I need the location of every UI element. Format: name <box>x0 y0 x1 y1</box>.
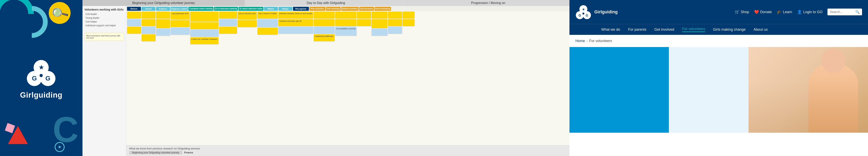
svg-point-7 <box>39 74 43 77</box>
stage-unit-meetings: Unit meetings <box>326 7 341 11</box>
sticky-note <box>357 11 371 19</box>
sticky-note <box>127 11 141 19</box>
stage-match: Match <box>264 7 278 11</box>
sticky-note <box>257 28 278 35</box>
sticky-note <box>190 11 218 22</box>
sticky-note <box>388 19 402 26</box>
breadcrumb-current: For volunteers <box>589 39 612 43</box>
stage-explore: Explore <box>156 7 170 11</box>
nav-get-involved[interactable]: Get involved <box>654 27 674 32</box>
stage-accounts: Unit accounts <box>359 7 374 11</box>
sticky-note <box>403 11 414 19</box>
red-triangle-decoration <box>8 126 28 144</box>
gold-circle-decoration: 🔍 <box>49 2 70 24</box>
svg-text:G: G <box>32 75 37 82</box>
journey-left-labels: Volunteers working with Girls Unit leade… <box>83 6 126 156</box>
sticky-note <box>142 34 155 41</box>
stage-training: Complete online training <box>188 7 213 11</box>
girlguiding-logo-panel: 🔍 ★ G G Girlguiding C ★ <box>0 0 83 156</box>
user-icon: 👤 <box>797 9 802 14</box>
sticky-note <box>219 11 237 19</box>
label-unit-leader: Unit leader <box>85 13 124 16</box>
sticky-note <box>314 19 335 26</box>
nav-what-we-do[interactable]: What we do <box>601 27 620 32</box>
sticky-note <box>142 19 155 26</box>
stage-keeping: Record keeping <box>374 7 391 11</box>
sticky-note <box>127 19 141 26</box>
learn-nav-item[interactable]: 🎓 Learn <box>777 9 792 14</box>
sticky-note: Get a mentor in huddle <box>257 11 278 19</box>
svg-text:★: ★ <box>582 8 585 11</box>
website-trefoil-logo: ★ G G <box>576 4 591 20</box>
login-nav-item[interactable]: 👤 Login to GO <box>797 9 823 14</box>
search-icon[interactable]: 🔍 <box>855 10 860 14</box>
breadcrumb-separator: › <box>587 39 588 43</box>
hero-image <box>748 47 868 133</box>
sticky-note <box>219 19 237 26</box>
sticky-note <box>170 28 190 35</box>
nav-girls-making-change[interactable]: Girls making change <box>713 27 746 32</box>
sticky-note <box>190 30 218 37</box>
sticky-note: Volunteer activities check-ins and recor… <box>278 11 313 19</box>
hero-light-section <box>669 47 868 133</box>
website-top-nav: ★ G G Girlguiding 🛒 Shop ❤️ Donate 🎓 <box>569 0 868 24</box>
website-nav-icons: 🛒 Shop ❤️ Donate 🎓 Learn 👤 Login to GO <box>735 8 862 15</box>
donate-nav-item[interactable]: ❤️ Donate <box>754 9 772 14</box>
learn-label: Learn <box>783 10 792 14</box>
journey-section-progression: Progression / Moving on <box>407 0 569 6</box>
login-label: Login to GO <box>803 10 823 14</box>
website-logo-text: Girlguiding <box>594 9 618 15</box>
nav-for-volunteers[interactable]: For volunteers <box>682 27 705 32</box>
journey-section-daytoday: Day to Day with Girlguiding <box>245 0 407 6</box>
sticky-note <box>278 27 313 34</box>
website-panel: ★ G G Girlguiding 🛒 Shop ❤️ Donate 🎓 <box>569 0 868 156</box>
sticky-note <box>142 27 155 34</box>
sticky-note: Volunteer automatic sign-off <box>278 19 313 26</box>
sticky-note: Long application form <box>170 11 190 20</box>
breadcrumb: Home › For volunteers <box>569 35 868 47</box>
hero-blue-section <box>569 47 669 133</box>
svg-point-14 <box>582 12 584 15</box>
sticky-note <box>156 29 170 36</box>
sticky-note <box>335 11 356 19</box>
sticky-note <box>142 11 155 19</box>
sticky-note <box>156 11 170 19</box>
stage-welcome-meeting: Go to welcome meeting <box>214 7 238 11</box>
label-young-leader: Young leader <box>85 17 124 19</box>
donate-label: Donate <box>760 10 772 14</box>
stage-register: Register online <box>170 7 188 11</box>
label-unit-helper: Unit helper <box>85 20 124 23</box>
stage-plan: Plan activities <box>309 7 326 11</box>
sticky-note <box>403 19 414 26</box>
sticky-note <box>257 19 278 27</box>
website-bottom-nav: What we do For parents Get involved For … <box>569 24 868 35</box>
bottom-info-bar: What we know from previous research on G… <box>126 145 569 156</box>
sticky-note <box>190 22 218 29</box>
search-input[interactable] <box>830 10 854 14</box>
nav-about-us[interactable]: About us <box>753 27 768 32</box>
learn-icon: 🎓 <box>777 9 782 14</box>
stage-begin: Begin <box>278 7 292 11</box>
shop-icon: 🛒 <box>735 9 740 14</box>
website-navigation: ★ G G Girlguiding 🛒 Shop ❤️ Donate 🎓 <box>569 0 868 35</box>
sticky-note: Leadership qualification <box>314 34 335 41</box>
sticky-note <box>219 27 237 34</box>
breadcrumb-home[interactable]: Home <box>576 39 585 43</box>
shop-label: Shop <box>741 10 749 14</box>
sticky-note <box>388 11 402 19</box>
shop-nav-item[interactable]: 🛒 Shop <box>735 9 749 14</box>
search-box[interactable]: 🔍 <box>828 8 862 15</box>
bottom-section-label: Beginning your Girlguiding volunteer jou… <box>129 151 182 154</box>
stage-welcome-video: Or watch welcome video <box>239 7 264 11</box>
sticky-note: Accountability & security <box>335 27 356 36</box>
sticky-note <box>238 20 257 27</box>
bottom-info-text: What we know from previous research on G… <box>129 147 566 150</box>
trefoil-logo: ★ G G <box>25 57 57 88</box>
nav-for-parents[interactable]: For parents <box>628 27 646 32</box>
sticky-note <box>127 27 141 34</box>
stage-recognise: Recognise <box>293 7 309 11</box>
sticky-note <box>170 20 190 27</box>
sticky-note <box>314 27 335 34</box>
svg-text:★: ★ <box>39 64 44 71</box>
svg-text:G: G <box>45 75 51 82</box>
